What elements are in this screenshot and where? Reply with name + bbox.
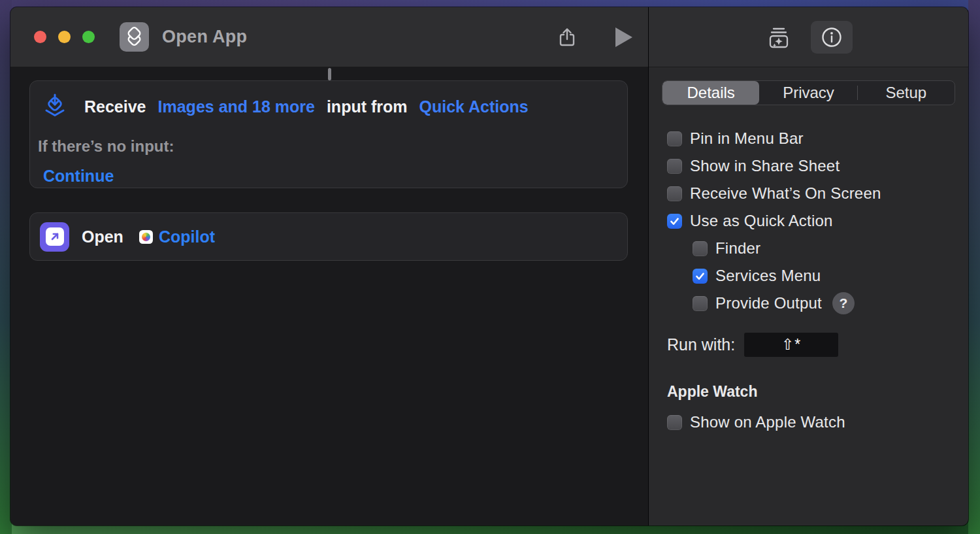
app-link[interactable]: Copilot — [159, 227, 215, 246]
apple-watch-section: Apple Watch Show on Apple Watch — [667, 383, 968, 436]
run-shortcut-button play-icon[interactable] — [615, 27, 632, 47]
apple-watch-header: Apple Watch — [667, 383, 968, 401]
checkbox-pin-in-menu-bar[interactable] — [667, 131, 682, 146]
action-library-icon — [765, 24, 792, 51]
minimize-button[interactable] — [58, 31, 71, 43]
no-input-label: If there’s no input: — [38, 137, 627, 156]
option-row-use-as-quick-action: Use as Quick Action — [667, 207, 968, 235]
tab-details[interactable]: Details — [662, 81, 759, 105]
checkmark-icon — [669, 216, 680, 227]
option-label: Receive What’s On Screen — [690, 184, 881, 203]
copilot-app-icon — [139, 230, 153, 244]
tab-privacy[interactable]: Privacy — [760, 81, 857, 105]
share-icon — [555, 25, 579, 49]
no-input-action-link[interactable]: Continue — [43, 167, 114, 186]
inspector-content: Details Privacy Setup Pin in Menu Bar — [649, 67, 968, 436]
option-label: Provide Output — [715, 294, 822, 312]
input-source-link[interactable]: Quick Actions — [419, 97, 529, 116]
window-title[interactable]: Open App — [162, 27, 247, 47]
arrow-up-right-icon — [48, 230, 61, 243]
zoom-button[interactable] — [82, 31, 95, 43]
checkbox-receive-whats-on-screen[interactable] — [667, 186, 682, 201]
info-icon — [819, 25, 844, 50]
shortcuts-glyph — [120, 22, 149, 52]
titlebar: Open App — [10, 7, 648, 67]
traffic-lights — [34, 31, 95, 43]
shortcut-input-icon — [41, 92, 69, 122]
option-row-show-in-share-sheet: Show in Share Sheet — [667, 152, 968, 180]
option-label: Pin in Menu Bar — [690, 129, 804, 148]
checkbox-provide-output[interactable] — [693, 296, 708, 311]
inspector-toolbar — [649, 7, 968, 67]
option-row-pin-in-menu-bar: Pin in Menu Bar — [667, 125, 968, 152]
option-row-finder: Finder — [667, 235, 968, 262]
desktop-wallpaper-right — [968, 0, 980, 534]
checkbox-finder[interactable] — [693, 241, 708, 256]
option-row-receive-whats-on-screen: Receive What’s On Screen — [667, 180, 968, 207]
checkbox-show-in-share-sheet[interactable] — [667, 159, 682, 174]
option-label: Services Menu — [715, 267, 821, 285]
run-with-label: Run with: — [667, 335, 735, 354]
checkbox-use-as-quick-action[interactable] — [667, 214, 682, 229]
input-types-link[interactable]: Images and 18 more — [158, 97, 315, 116]
details-options-list: Pin in Menu Bar Show in Share Sheet Rece… — [649, 105, 968, 317]
run-with-row: Run with: ⇧* — [667, 333, 968, 357]
shortcut-canvas[interactable]: Receive Images and 18 more input from Qu… — [10, 67, 648, 526]
action-library-button[interactable] — [765, 24, 792, 51]
open-label: Open — [82, 227, 123, 246]
keyboard-shortcut-field[interactable]: ⇧* — [744, 333, 838, 357]
canvas-caret — [328, 68, 331, 80]
info-panel-toggle-button[interactable] — [811, 21, 853, 54]
option-row-services-menu: Services Menu — [667, 262, 968, 290]
action-card-open-app[interactable]: Open Copilot — [29, 212, 628, 261]
inspector-pane: Details Privacy Setup Pin in Menu Bar — [648, 7, 968, 526]
receive-label: Receive — [84, 97, 146, 116]
shortcuts-editor-window: Open App — [10, 7, 968, 526]
option-label: Finder — [715, 239, 760, 258]
action-card-receive[interactable]: Receive Images and 18 more input from Qu… — [29, 80, 628, 188]
open-app-action-icon — [40, 222, 69, 252]
option-label: Show on Apple Watch — [690, 413, 845, 431]
option-label: Show in Share Sheet — [690, 157, 840, 175]
option-label: Use as Quick Action — [690, 212, 833, 230]
input-from-label: input from — [327, 97, 408, 116]
option-row-show-on-apple-watch: Show on Apple Watch — [667, 409, 968, 436]
checkbox-services-menu[interactable] — [693, 269, 708, 284]
share-button[interactable] — [555, 25, 579, 49]
close-button[interactable] — [34, 31, 46, 43]
app-parameter-chip[interactable]: Copilot — [139, 227, 215, 246]
help-button[interactable]: ? — [832, 292, 855, 314]
checkmark-icon — [694, 271, 706, 282]
inspector-tab-bar: Details Privacy Setup — [662, 80, 955, 105]
tab-setup[interactable]: Setup — [858, 81, 955, 105]
checkbox-show-on-apple-watch[interactable] — [667, 415, 682, 430]
editor-pane: Open App — [10, 7, 648, 526]
shortcut-app-icon — [120, 22, 149, 52]
option-row-provide-output: Provide Output ? — [667, 290, 968, 317]
